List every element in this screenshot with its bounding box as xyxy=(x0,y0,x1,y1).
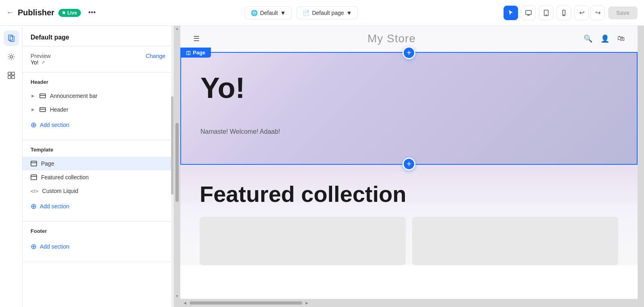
footer-section-group: Footer ⊕ Add section xyxy=(23,222,173,262)
desktop-view-button[interactable] xyxy=(521,6,536,20)
template-add-section-button[interactable]: ⊕ Add section xyxy=(23,198,77,215)
custom-liquid-label: Custom Liquid xyxy=(42,188,78,194)
header-add-section-button[interactable]: ⊕ Add section xyxy=(23,116,77,133)
announcement-bar-label: Announcement bar xyxy=(50,93,97,99)
add-section-bottom-button[interactable]: + xyxy=(402,158,415,170)
redo-button[interactable]: ↪ xyxy=(590,6,605,20)
chevron-right-icon: ► xyxy=(31,107,35,112)
svg-point-4 xyxy=(564,15,564,15)
preview-section: Preview Change Yo! ↗ xyxy=(23,46,173,73)
mobile-icon xyxy=(561,10,567,16)
canvas-scrollbar-right[interactable] xyxy=(638,26,644,299)
topbar-center: 🌐 Default ▼ 📄 Default page ▼ xyxy=(245,6,358,19)
scroll-down-arrow[interactable]: ▼ xyxy=(175,294,179,298)
svg-rect-12 xyxy=(40,94,45,98)
featured-collection-section: Featured collection xyxy=(180,165,638,266)
svg-rect-16 xyxy=(31,161,37,166)
svg-rect-10 xyxy=(8,76,11,79)
hero-title: Yo! xyxy=(200,72,617,104)
featured-collection-item[interactable]: Featured collection xyxy=(23,170,173,184)
preview-value: Yo! ↗ xyxy=(31,59,165,66)
custom-liquid-icon: </> xyxy=(31,188,38,194)
account-icon[interactable]: 👤 xyxy=(601,34,609,43)
tablet-icon xyxy=(543,10,549,16)
svg-rect-0 xyxy=(526,10,531,15)
product-card[interactable] xyxy=(412,217,618,265)
topbar-right: ↩ ↪ Save xyxy=(504,6,638,20)
canvas-inner: ☰ My Store 🔍 👤 🛍 ◫ Page + xyxy=(180,26,638,299)
preview-label: Preview xyxy=(31,53,51,59)
save-button[interactable]: Save xyxy=(608,6,638,19)
hero-section[interactable]: + Yo! Namaste! Welcome! Adaab! + xyxy=(180,52,638,165)
svg-rect-8 xyxy=(8,72,11,75)
plus-circle-icon: ⊕ xyxy=(31,242,37,251)
svg-rect-11 xyxy=(12,76,14,79)
custom-liquid-item[interactable]: </> Custom Liquid xyxy=(23,184,173,198)
undo-button[interactable]: ↩ xyxy=(574,6,589,20)
mobile-view-button[interactable] xyxy=(557,6,571,20)
header-add-section-label: Add section xyxy=(40,122,69,128)
page-template-item[interactable]: Page xyxy=(23,157,173,170)
product-cards xyxy=(200,217,618,265)
components-icon xyxy=(7,71,15,79)
cart-icon[interactable]: 🛍 xyxy=(617,34,625,43)
scroll-left-arrow[interactable]: ◀ xyxy=(184,301,186,305)
sidebar-item-components[interactable] xyxy=(4,68,19,83)
preview-text: Yo! xyxy=(31,59,39,66)
svg-point-7 xyxy=(10,56,12,58)
cursor-tool-button[interactable] xyxy=(504,6,518,20)
scroll-right-arrow[interactable]: ▶ xyxy=(305,301,308,305)
canvas-scrollbar-bottom[interactable]: ◀ ▶ xyxy=(174,299,644,307)
announcement-bar-icon xyxy=(39,93,46,99)
page-template-label: Page xyxy=(41,160,54,167)
scrollbar-h-thumb[interactable] xyxy=(190,301,302,305)
tablet-view-button[interactable] xyxy=(539,6,553,20)
more-button[interactable]: ••• xyxy=(85,7,99,19)
page-dropdown[interactable]: 📄 Default page ▼ xyxy=(297,6,358,19)
featured-collection-label: Featured collection xyxy=(41,174,89,180)
svg-rect-9 xyxy=(12,72,14,75)
preview-row: Preview Change xyxy=(31,53,165,59)
sidebar-scrollbar-thumb[interactable] xyxy=(171,96,173,195)
header-section-group: Header ► Announcement bar ► Header ⊕ Add… xyxy=(23,73,173,140)
svg-point-2 xyxy=(546,15,547,15)
default-dropdown[interactable]: 🌐 Default ▼ xyxy=(245,6,292,19)
canvas-scrollbar-left[interactable]: ▲ ▼ xyxy=(174,26,180,299)
chevron-down-icon: ▼ xyxy=(347,10,352,16)
header-item[interactable]: ► Header xyxy=(23,103,173,116)
main-layout: Default page Preview Change Yo! ↗ Header… xyxy=(0,26,644,307)
product-card[interactable] xyxy=(200,217,406,265)
chevron-right-icon: ► xyxy=(31,93,35,99)
publisher-title: Publisher xyxy=(18,8,54,17)
announcement-bar-item[interactable]: ► Announcement bar xyxy=(23,89,173,103)
template-add-section-label: Add section xyxy=(40,203,69,210)
hamburger-icon[interactable]: ☰ xyxy=(193,34,200,43)
header-label: Header xyxy=(50,106,68,113)
footer-add-section-button[interactable]: ⊕ Add section xyxy=(23,238,77,255)
sidebar-item-pages[interactable] xyxy=(4,31,19,46)
search-icon[interactable]: 🔍 xyxy=(584,34,592,43)
change-link[interactable]: Change xyxy=(146,53,165,59)
topbar: ← Publisher Live ••• 🌐 Default ▼ 📄 Defau… xyxy=(0,0,644,26)
page-tab[interactable]: ◫ Page xyxy=(180,48,211,58)
hero-subtitle: Namaste! Welcome! Adaab! xyxy=(200,128,617,135)
undo-redo-group: ↩ ↪ xyxy=(574,6,605,20)
page-tab-label: Page xyxy=(193,50,205,56)
settings-icon xyxy=(7,53,15,61)
live-label: Live xyxy=(67,10,77,16)
template-group-title: Template xyxy=(23,147,173,157)
chevron-down-icon: ▼ xyxy=(280,10,286,16)
sidebar-header: Default page xyxy=(23,26,173,46)
header-group-title: Header xyxy=(23,79,173,89)
canvas-area: ▲ ▼ ◀ ▶ ☰ My Store 🔍 👤 xyxy=(174,26,644,307)
scrollbar-v-thumb[interactable] xyxy=(175,123,179,202)
external-link-icon[interactable]: ↗ xyxy=(41,60,45,65)
icon-nav xyxy=(0,26,23,307)
globe-icon: 🌐 xyxy=(251,10,258,16)
add-section-top-button[interactable]: + xyxy=(402,46,415,59)
sidebar-item-settings[interactable] xyxy=(4,49,19,64)
scroll-up-arrow[interactable]: ▲ xyxy=(175,27,179,31)
back-icon[interactable]: ← xyxy=(6,8,14,17)
svg-rect-14 xyxy=(40,108,45,112)
cursor-icon xyxy=(508,10,514,16)
